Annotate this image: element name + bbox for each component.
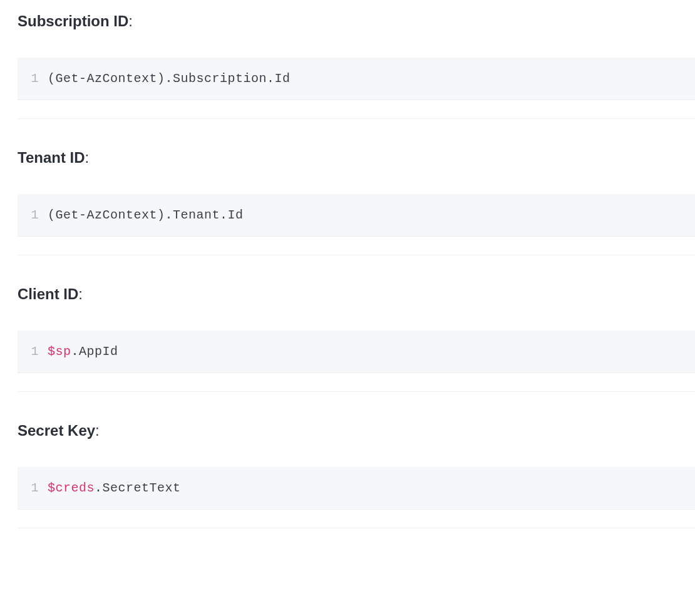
code-var: $creds (48, 481, 95, 495)
line-number: 1 (18, 208, 48, 222)
heading-colon: : (95, 422, 100, 439)
code-trailer (18, 510, 695, 528)
section-subscription-id: Subscription ID: 1 (Get-AzContext).Subsc… (18, 13, 695, 119)
code-block: 1 $sp.AppId (18, 331, 695, 373)
code-trailer (18, 237, 695, 255)
section-tenant-id: Tenant ID: 1 (Get-AzContext).Tenant.Id (18, 149, 695, 255)
heading-label: Tenant ID (18, 149, 85, 166)
line-number: 1 (18, 71, 48, 86)
code-var: $sp (48, 344, 71, 359)
heading-colon: : (85, 149, 90, 166)
section-secret-key: Secret Key: 1 $creds.SecretText (18, 422, 695, 528)
code-trailer (18, 100, 695, 119)
code-content: $sp.AppId (48, 344, 118, 359)
heading-subscription-id: Subscription ID: (18, 13, 695, 30)
heading-client-id: Client ID: (18, 285, 695, 303)
code-row: 1 $sp.AppId (18, 344, 695, 359)
code-plain: (Get-AzContext).Subscription.Id (48, 71, 291, 86)
heading-tenant-id: Tenant ID: (18, 149, 695, 167)
code-row: 1 (Get-AzContext).Subscription.Id (18, 71, 695, 86)
line-number: 1 (18, 344, 48, 359)
code-block: 1 $creds.SecretText (18, 467, 695, 510)
code-tail: .SecretText (95, 481, 181, 495)
code-content: $creds.SecretText (48, 481, 181, 495)
code-block: 1 (Get-AzContext).Subscription.Id (18, 58, 695, 100)
code-content: (Get-AzContext).Subscription.Id (48, 71, 291, 86)
heading-colon: : (78, 285, 83, 302)
code-tail: .AppId (71, 344, 118, 359)
code-content: (Get-AzContext).Tenant.Id (48, 208, 244, 222)
heading-label: Client ID (18, 285, 78, 302)
line-number: 1 (18, 481, 48, 495)
heading-label: Subscription ID (18, 13, 128, 29)
heading-label: Secret Key (18, 422, 95, 439)
code-row: 1 $creds.SecretText (18, 481, 695, 495)
code-trailer (18, 373, 695, 392)
heading-secret-key: Secret Key: (18, 422, 695, 439)
code-plain: (Get-AzContext).Tenant.Id (48, 208, 244, 222)
code-block: 1 (Get-AzContext).Tenant.Id (18, 194, 695, 237)
section-client-id: Client ID: 1 $sp.AppId (18, 285, 695, 392)
heading-colon: : (128, 13, 133, 29)
code-row: 1 (Get-AzContext).Tenant.Id (18, 208, 695, 222)
